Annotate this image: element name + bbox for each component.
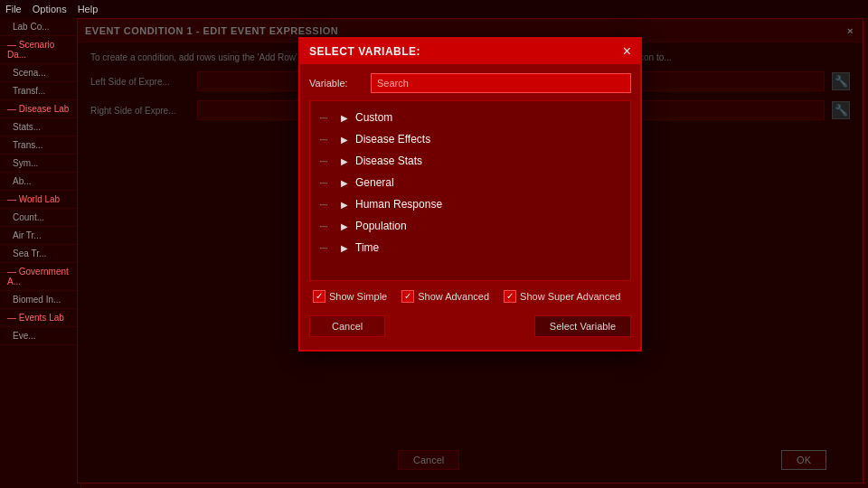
sidebar-item-scena[interactable]: Scena... (0, 64, 80, 82)
tree-item[interactable]: ····· ▶ Disease Effects (310, 128, 630, 150)
sidebar-section-gov: — Government A... (0, 263, 80, 291)
sidebar-item-stats[interactable]: Stats... (0, 118, 80, 136)
tree-arrow-icon: ▶ (341, 178, 350, 188)
sidebar-item-transf[interactable]: Transf... (0, 82, 80, 100)
tree-dots-icon: ····· (319, 221, 335, 231)
checkbox-item-2[interactable]: ✓ Show Super Advanced (504, 290, 620, 303)
tree-dots-icon: ····· (319, 113, 335, 123)
checkbox-label-0: Show Simple (329, 291, 387, 302)
tree-container[interactable]: ····· ▶ Custom ····· ▶ Disease Effects ·… (309, 100, 631, 281)
menu-options[interactable]: Options (33, 4, 67, 14)
tree-item-label: Population (355, 220, 407, 232)
sidebar-section-disease: — Disease Lab (0, 100, 80, 118)
tree-dots-icon: ····· (319, 243, 335, 253)
tree-item[interactable]: ····· ▶ Time (310, 237, 630, 258)
tree-item[interactable]: ····· ▶ General (310, 172, 630, 193)
tree-item[interactable]: ····· ▶ Population (310, 215, 630, 237)
tree-arrow-icon: ▶ (341, 200, 350, 210)
sidebar-section-events: — Events Lab (0, 309, 80, 327)
tree-dots-icon: ····· (319, 156, 335, 166)
tree-dots-icon: ····· (319, 200, 335, 210)
inner-modal-close-button[interactable]: × (623, 44, 631, 59)
tree-arrow-icon: ▶ (341, 221, 350, 231)
sidebar-item-sym[interactable]: Sym... (0, 155, 80, 173)
sidebar-item-labco[interactable]: Lab Co... (0, 18, 80, 36)
tree-item[interactable]: ····· ▶ Disease Stats (310, 150, 630, 172)
tree-item-label: Disease Effects (355, 133, 430, 145)
buttons-row: Cancel Select Variable (309, 312, 631, 341)
checkbox-box-1[interactable]: ✓ (401, 290, 414, 303)
tree-item[interactable]: ····· ▶ Custom (310, 107, 630, 128)
variable-search-row: Variable: (309, 73, 631, 93)
menu-help[interactable]: Help (78, 4, 99, 14)
sidebar-item-biomed[interactable]: Biomed In... (0, 291, 80, 309)
checkbox-item-1[interactable]: ✓ Show Advanced (401, 290, 489, 303)
search-input[interactable] (371, 73, 631, 93)
inner-modal: SELECT VARIABLE: × Variable: ····· ▶ Cus… (298, 37, 642, 352)
tree-item[interactable]: ····· ▶ Human Response (310, 193, 630, 215)
checkbox-item-0[interactable]: ✓ Show Simple (313, 290, 387, 303)
variable-label: Variable: (309, 78, 363, 89)
tree-arrow-icon: ▶ (341, 243, 350, 253)
checkbox-box-2[interactable]: ✓ (504, 290, 516, 303)
select-variable-cancel-button[interactable]: Cancel (309, 315, 385, 337)
sidebar-section-world: — World Lab (0, 191, 80, 209)
sidebar-item-airtr[interactable]: Air Tr... (0, 227, 80, 245)
check-mark-icon: ✓ (316, 292, 323, 301)
sidebar-item-ab[interactable]: Ab... (0, 173, 80, 191)
tree-arrow-icon: ▶ (341, 113, 350, 123)
tree-item-label: Time (355, 241, 379, 254)
menu-bar: File Options Help (0, 0, 868, 18)
checkbox-label-2: Show Super Advanced (520, 291, 620, 302)
inner-modal-body: Variable: ····· ▶ Custom ····· ▶ Disease… (300, 64, 640, 350)
tree-item-label: General (355, 176, 394, 189)
select-variable-button[interactable]: Select Variable (534, 315, 631, 337)
tree-arrow-icon: ▶ (341, 156, 350, 166)
tree-arrow-icon: ▶ (341, 135, 350, 145)
checkbox-box-0[interactable]: ✓ (313, 290, 326, 303)
check-mark-icon: ✓ (506, 292, 514, 301)
tree-item-label: Disease Stats (355, 155, 422, 167)
checkbox-label-1: Show Advanced (418, 291, 489, 302)
sidebar-section-scenario: — Scenario Da... (0, 36, 80, 64)
outer-modal: EVENT CONDITION 1 - EDIT EVENT EXPRESSIO… (77, 18, 863, 483)
tree-dots-icon: ····· (319, 135, 335, 145)
sidebar-item-trans[interactable]: Trans... (0, 136, 80, 155)
tree-item-label: Human Response (355, 198, 442, 211)
menu-file[interactable]: File (5, 4, 22, 14)
checkboxes-row: ✓ Show Simple ✓ Show Advanced ✓ Show Sup… (309, 290, 631, 303)
sidebar: Lab Co... — Scenario Da... Scena... Tran… (0, 18, 81, 488)
sidebar-item-events[interactable]: Eve... (0, 327, 80, 345)
sidebar-item-count[interactable]: Count... (0, 209, 80, 227)
sidebar-item-seatr[interactable]: Sea Tr... (0, 245, 80, 263)
tree-dots-icon: ····· (319, 178, 335, 188)
inner-modal-header: SELECT VARIABLE: × (300, 39, 640, 64)
check-mark-icon: ✓ (404, 292, 411, 301)
inner-modal-title: SELECT VARIABLE: (309, 45, 420, 58)
tree-item-label: Custom (355, 111, 392, 124)
